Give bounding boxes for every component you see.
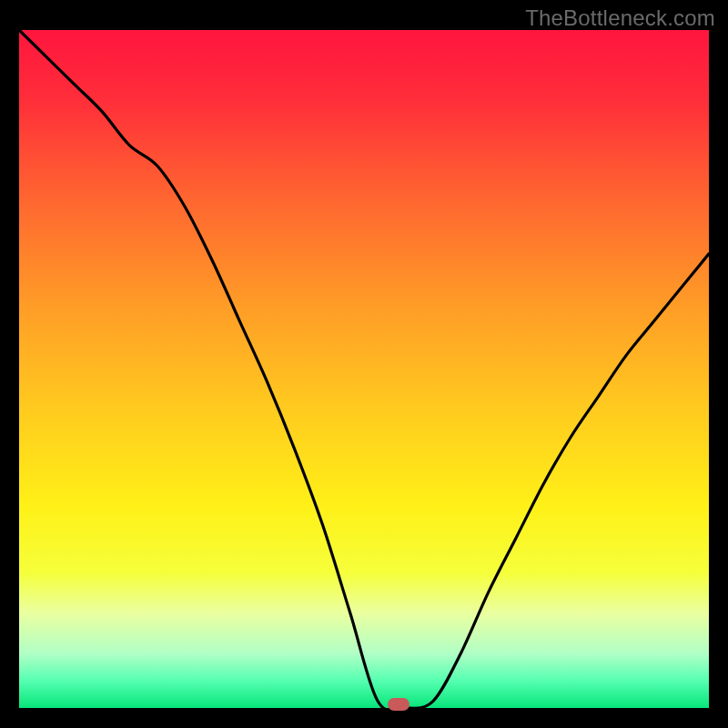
- bottleneck-curve: [19, 30, 709, 708]
- plot-frame: [19, 30, 709, 708]
- optimal-marker: [388, 698, 410, 711]
- watermark-text: TheBottleneck.com: [525, 5, 715, 31]
- chart-container: TheBottleneck.com: [0, 0, 728, 728]
